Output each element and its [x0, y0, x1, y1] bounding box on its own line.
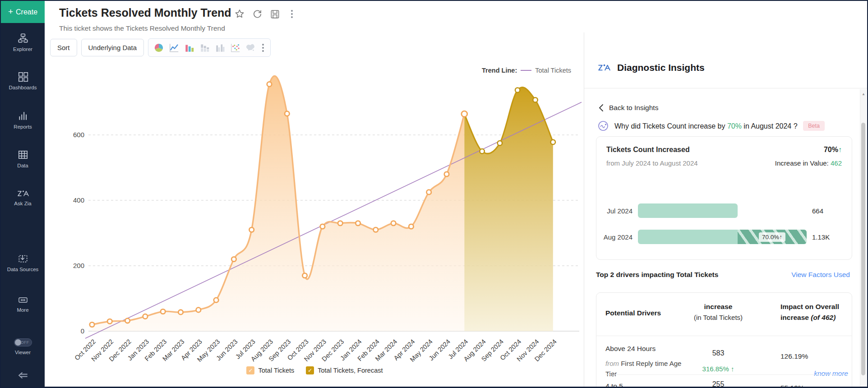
title-kebab-menu[interactable] [287, 8, 296, 20]
series-legend: ✓ Total Tickets ✓ Total Tickets, Forecas… [46, 366, 584, 374]
bar-label: Jul 2024 [596, 207, 638, 215]
drivers-table-card: Potential Drivers increase (in Total Tic… [596, 292, 852, 388]
col-impact-sub: (of 462) [811, 314, 836, 321]
driver-name: 4 to 5 [605, 382, 623, 388]
driver-source: from First Reply time Age Tier [605, 358, 682, 379]
change-period: from July 2024 to August 2024 [606, 159, 698, 167]
back-label: Back to Insights [609, 104, 658, 112]
legend-label: Total Tickets, Forecast [318, 367, 383, 374]
app-window: + Create Explorer Dashboards Reports Dat… [0, 0, 868, 388]
sidebar-item-data[interactable]: Data [1, 149, 45, 169]
sidebar: + Create Explorer Dashboards Reports Dat… [1, 1, 45, 387]
sidebar-label: More [1, 307, 45, 314]
sidebar-label: Dashboards [1, 84, 45, 91]
card-title: Tickets Count Increased [606, 146, 690, 154]
sidebar-item-ask-zia[interactable]: Ask Zia [1, 189, 45, 207]
svg-text:0: 0 [81, 327, 84, 335]
sidebar-label: Data Sources [1, 266, 45, 273]
area-chart-canvas[interactable]: 0200400600Oct 2022Nov 2022Dec 2022Jan 20… [46, 51, 584, 384]
increase-in-value: Increase in Value: 462 [775, 159, 842, 167]
insight-wave-icon [597, 120, 609, 132]
delta-chip: 70.0%↑ [759, 232, 785, 242]
question-text: Why did Tickets Count increase by 70% in… [614, 120, 798, 131]
chevron-left-icon [598, 104, 605, 112]
aug-bar-increase-segment: 70.0%↑ [738, 230, 807, 244]
panel-scrollbar[interactable]: ▲ [860, 89, 866, 387]
bar-value: 664 [812, 207, 823, 215]
trend-chart: 0200400600Oct 2022Nov 2022Dec 2022Jan 20… [46, 51, 584, 384]
svg-text:400: 400 [73, 196, 84, 204]
toggle-state-label: OFF [21, 340, 29, 345]
viewer-toggle[interactable]: OFF [14, 338, 32, 346]
trendline-legend-title: Trend Line: [482, 67, 517, 74]
favorite-star-icon[interactable] [234, 9, 245, 19]
panel-title: Diagnostic Insights [617, 62, 705, 73]
back-to-insights-link[interactable]: Back to Insights [598, 104, 658, 112]
page-title: Tickets Resolved Monthly Trend [59, 6, 231, 19]
increase-summary-card: Tickets Count Increased 70%↑ from July 2… [596, 136, 852, 260]
collapse-arrow-icon [17, 370, 29, 381]
legend-label: Total Tickets [258, 367, 294, 374]
col-impact: Impact on Overall [780, 303, 839, 310]
viewer-label: Viewer [1, 349, 45, 356]
view-factors-link[interactable]: View Factors Used [791, 271, 850, 279]
sidebar-label: Ask Zia [1, 200, 45, 207]
zia-icon [17, 189, 29, 199]
up-arrow-icon: ↑ [838, 146, 842, 153]
svg-text:200: 200 [73, 262, 84, 269]
change-percent: 70%↑ [824, 146, 842, 154]
driver-impact: 126.19% [780, 352, 808, 360]
col-increase: increase [704, 303, 733, 310]
create-label: Create [16, 8, 37, 16]
col-increase-sub: (in Total Tickets) [694, 314, 743, 321]
save-icon[interactable] [270, 9, 280, 19]
question-highlight: 70% [727, 122, 742, 130]
dashboards-grid-icon [17, 71, 29, 83]
trendline-legend: Trend Line: Total Tickets [482, 67, 571, 74]
know-more-link[interactable]: know more [814, 370, 848, 377]
driver-impact: 55.19% [780, 384, 804, 388]
data-table-icon [17, 149, 29, 161]
divider [584, 88, 867, 88]
plus-icon: + [8, 7, 13, 17]
divider [596, 336, 852, 336]
refresh-icon[interactable] [252, 9, 263, 19]
trendline-swatch [521, 70, 531, 71]
sidebar-item-dashboards[interactable]: Dashboards [1, 71, 45, 91]
checkbox-checked-icon: ✓ [246, 366, 254, 374]
comparison-bar-row: Jul 2024 664 [596, 203, 809, 218]
diagnostic-insights-panel: Diagnostic Insights Back to Insights Why… [584, 1, 867, 387]
comparison-bar-row: Aug 2024 70.0%↑ 1.13K [596, 230, 809, 244]
sidebar-label: Explorer [1, 46, 45, 53]
driver-name: Above 24 Hours [605, 345, 656, 353]
col-potential-drivers: Potential Drivers [605, 309, 661, 317]
collapse-sidebar-button[interactable] [1, 370, 45, 383]
divider [605, 374, 843, 375]
sidebar-item-data-sources[interactable]: Data Sources [1, 253, 45, 273]
sidebar-label: Data [1, 162, 45, 169]
beta-badge: Beta [803, 121, 825, 131]
bar-label: Aug 2024 [596, 233, 638, 241]
scroll-up-arrow[interactable]: ▲ [862, 92, 865, 96]
toggle-knob [15, 339, 21, 346]
create-button[interactable]: + Create [1, 1, 45, 23]
legend-item-forecast[interactable]: ✓ Total Tickets, Forecast [306, 366, 383, 374]
more-ellipsis-icon [17, 295, 29, 305]
jul-bar [638, 203, 738, 218]
viewer-toggle-item: OFF Viewer [1, 338, 45, 356]
driver-pct: 316.85% ↑ [702, 365, 734, 373]
data-sources-arrow [19, 255, 26, 262]
zia-icon [597, 62, 611, 73]
bar-value: 1.13K [812, 233, 830, 241]
scrollbar-thumb[interactable] [861, 123, 865, 375]
sidebar-item-explorer[interactable]: Explorer [1, 32, 45, 53]
legend-item-total-tickets[interactable]: ✓ Total Tickets [246, 366, 294, 374]
page-subtitle: This ticket shows the Tickets Resolved M… [59, 24, 225, 32]
explorer-tree-icon [17, 32, 29, 44]
sidebar-item-reports[interactable]: Reports [1, 110, 45, 130]
trendline-series-label: Total Tickets [535, 67, 571, 74]
sidebar-item-more[interactable]: More [1, 295, 45, 314]
driver-increase: 583 [712, 349, 725, 357]
sidebar-label: Reports [1, 124, 45, 130]
drivers-heading: Top 2 drivers impacting Total Tickets [596, 271, 718, 279]
